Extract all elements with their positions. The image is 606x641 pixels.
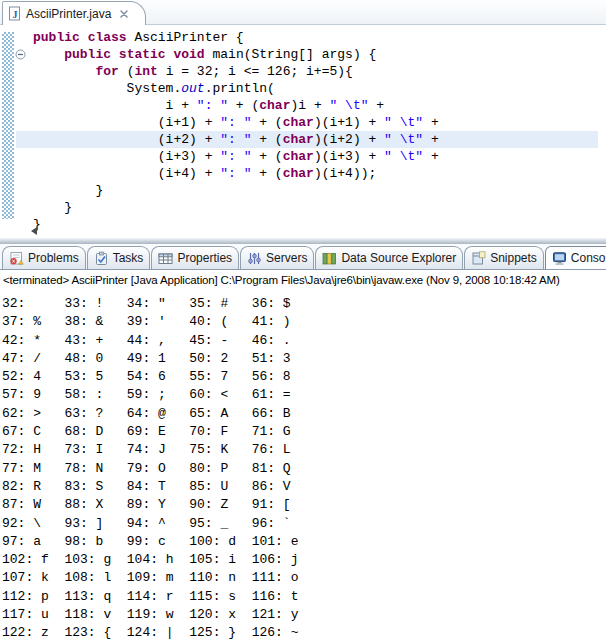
console-line: 82: R 83: S 84: T 85: U 86: V	[2, 479, 606, 497]
servers-icon	[247, 251, 262, 266]
console-line: 117: u 118: v 119: w 120: x 121: y	[2, 607, 606, 625]
data-source-explorer-icon	[322, 251, 337, 266]
console-view: <terminated> AsciiPrinter [Java Applicat…	[0, 270, 606, 641]
console-line: 32: 33: ! 34: " 35: # 36: $	[2, 296, 606, 314]
console-line: 97: a 98: b 99: c 100: d 101: e	[2, 534, 606, 552]
editor-tab-label: AsciiPrinter.java	[26, 7, 111, 21]
code-line[interactable]: System.out.println(	[16, 80, 598, 97]
editor-tab-asciiprinter[interactable]: J AsciiPrinter.java	[2, 1, 146, 25]
properties-icon	[158, 251, 173, 266]
code-line[interactable]: (i+4) + ": " + (char)(i+4));	[16, 165, 598, 182]
code-line[interactable]: i + ": " + (char)i + " \t" +	[16, 97, 598, 114]
console-line: 92: \ 93: ] 94: ^ 95: _ 96: `	[2, 516, 606, 534]
tab-label: Tasks	[113, 251, 144, 265]
tab-data-source-explorer[interactable]: Data Source Explorer	[315, 246, 463, 269]
tab-label: Data Source Explorer	[341, 251, 456, 265]
tab-properties[interactable]: Properties	[151, 246, 239, 269]
annotation-ruler	[2, 32, 14, 219]
console-line: 67: C 68: D 69: E 70: F 71: G	[2, 424, 606, 442]
code-line[interactable]: (i+1) + ": " + (char)(i+1) + " \t" +	[16, 114, 598, 131]
console-output[interactable]: 32: 33: ! 34: " 35: # 36: $37: % 38: & 3…	[2, 296, 606, 641]
problems-icon	[9, 251, 24, 266]
code-line[interactable]: }	[16, 216, 598, 233]
svg-text:J: J	[13, 9, 18, 20]
code-line[interactable]: }	[16, 199, 598, 216]
console-line: 77: M 78: N 79: O 80: P 81: Q	[2, 461, 606, 479]
console-process-label: <terminated> AsciiPrinter [Java Applicat…	[3, 274, 560, 286]
code-line-current[interactable]: (i+2) + ": " + (char)(i+2) + " \t" +	[16, 131, 598, 148]
console-line: 42: * 43: + 44: , 45: - 46: .	[2, 333, 606, 351]
console-line: 112: p 113: q 114: r 115: s 116: t	[2, 589, 606, 607]
java-file-icon: J	[8, 6, 21, 21]
scroll-left-arrow-icon[interactable]	[31, 227, 37, 235]
code-line[interactable]: for (int i = 32; i <= 126; i+=5){	[16, 63, 598, 80]
view-tabbar: ProblemsTasksPropertiesServersData Sourc…	[0, 244, 606, 270]
code-line[interactable]: (i+3) + ": " + (char)(i+3) + " \t" +	[16, 148, 598, 165]
console-icon	[552, 251, 567, 266]
code-area[interactable]: public class AsciiPrinter { public stati…	[16, 29, 598, 233]
console-line: 47: / 48: 0 49: 1 50: 2 51: 3	[2, 351, 606, 369]
tab-snippets[interactable]: Snippets	[464, 246, 544, 269]
console-line: 52: 4 53: 5 54: 6 55: 7 56: 8	[2, 369, 606, 387]
console-line: 107: k 108: l 109: m 110: n 111: o	[2, 570, 606, 588]
console-line: 37: % 38: & 39: ' 40: ( 41: )	[2, 314, 606, 332]
code-line[interactable]: }	[16, 182, 598, 199]
tab-console[interactable]: Console	[545, 246, 606, 269]
tab-label: Snippets	[490, 251, 537, 265]
console-line: 62: > 63: ? 64: @ 65: A 66: B	[2, 406, 606, 424]
console-line: 122: z 123: { 124: | 125: } 126: ~	[2, 625, 606, 641]
editor-tabbar: J AsciiPrinter.java	[0, 0, 606, 25]
console-line: 57: 9 58: : 59: ; 60: < 61: =	[2, 387, 606, 405]
snippets-icon	[471, 251, 486, 266]
tab-label: Problems	[28, 251, 79, 265]
tab-label: Servers	[266, 251, 307, 265]
tab-label: Properties	[177, 251, 232, 265]
tab-problems[interactable]: Problems	[2, 246, 86, 269]
code-line[interactable]: public static void main(String[] args) {	[16, 46, 598, 63]
tab-servers[interactable]: Servers	[240, 246, 314, 269]
console-line: 87: W 88: X 89: Y 90: Z 91: [	[2, 497, 606, 515]
console-line: 102: f 103: g 104: h 105: i 106: j	[2, 552, 606, 570]
close-icon[interactable]	[119, 9, 129, 19]
console-line: 72: H 73: I 74: J 75: K 76: L	[2, 442, 606, 460]
tasks-icon	[94, 251, 109, 266]
tab-tasks[interactable]: Tasks	[87, 246, 151, 269]
code-editor[interactable]: public class AsciiPrinter { public stati…	[0, 26, 606, 238]
tab-label: Console	[571, 251, 606, 265]
code-line[interactable]: public class AsciiPrinter {	[16, 29, 598, 46]
